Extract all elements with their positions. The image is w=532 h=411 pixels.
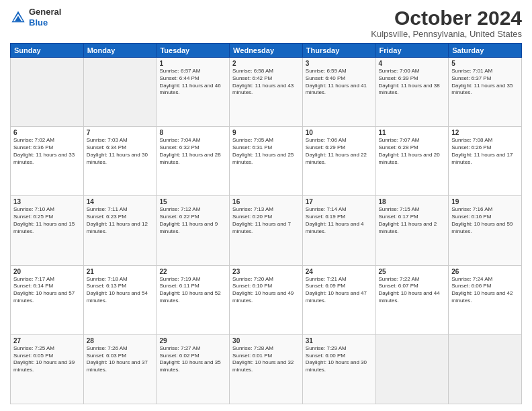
- day-number: 25: [379, 268, 446, 275]
- cell-info: Sunrise: 7:10 AM Sunset: 6:25 PM Dayligh…: [13, 206, 81, 235]
- cell-info: Sunrise: 7:24 AM Sunset: 6:06 PM Dayligh…: [451, 276, 519, 305]
- calendar-cell: 12Sunrise: 7:08 AM Sunset: 6:26 PM Dayli…: [449, 127, 522, 196]
- calendar-cell: 20Sunrise: 7:17 AM Sunset: 6:14 PM Dayli…: [11, 265, 84, 334]
- cell-info: Sunrise: 7:08 AM Sunset: 6:26 PM Dayligh…: [451, 137, 519, 166]
- day-number: 9: [232, 129, 300, 136]
- calendar-cell: 26Sunrise: 7:24 AM Sunset: 6:06 PM Dayli…: [449, 265, 522, 334]
- day-number: 12: [451, 129, 519, 136]
- calendar-cell: 16Sunrise: 7:13 AM Sunset: 6:20 PM Dayli…: [230, 196, 303, 265]
- day-number: 20: [13, 268, 81, 275]
- calendar-cell: 1Sunrise: 6:57 AM Sunset: 6:44 PM Daylig…: [157, 58, 230, 127]
- day-number: 28: [87, 337, 154, 345]
- cell-info: Sunrise: 7:07 AM Sunset: 6:28 PM Dayligh…: [379, 137, 446, 166]
- day-number: 30: [232, 337, 300, 345]
- day-number: 31: [306, 337, 373, 345]
- calendar-week-4: 20Sunrise: 7:17 AM Sunset: 6:14 PM Dayli…: [11, 265, 522, 334]
- cell-info: Sunrise: 7:26 AM Sunset: 6:03 PM Dayligh…: [87, 345, 154, 374]
- day-number: 14: [87, 198, 154, 205]
- calendar-header-wednesday: Wednesday: [230, 44, 303, 58]
- header: General Blue October 2024 Kulpsville, Pe…: [10, 7, 522, 39]
- calendar-cell: 24Sunrise: 7:21 AM Sunset: 6:09 PM Dayli…: [302, 265, 375, 334]
- day-number: 27: [13, 337, 81, 345]
- logo: General Blue: [10, 7, 61, 28]
- calendar-header-row: SundayMondayTuesdayWednesdayThursdayFrid…: [11, 44, 522, 58]
- calendar-cell: 14Sunrise: 7:11 AM Sunset: 6:23 PM Dayli…: [83, 196, 157, 265]
- day-number: 6: [13, 129, 81, 136]
- cell-info: Sunrise: 7:18 AM Sunset: 6:13 PM Dayligh…: [87, 276, 154, 305]
- calendar-cell: [375, 334, 449, 404]
- calendar-cell: 7Sunrise: 7:03 AM Sunset: 6:34 PM Daylig…: [83, 127, 157, 196]
- calendar-week-2: 6Sunrise: 7:02 AM Sunset: 6:36 PM Daylig…: [11, 127, 522, 196]
- cell-info: Sunrise: 7:06 AM Sunset: 6:29 PM Dayligh…: [306, 137, 373, 166]
- calendar-cell: [11, 58, 84, 127]
- cell-info: Sunrise: 7:22 AM Sunset: 6:07 PM Dayligh…: [379, 276, 446, 305]
- calendar-week-3: 13Sunrise: 7:10 AM Sunset: 6:25 PM Dayli…: [11, 196, 522, 265]
- logo-general: General: [29, 7, 61, 17]
- calendar-cell: 4Sunrise: 7:00 AM Sunset: 6:39 PM Daylig…: [375, 58, 449, 127]
- cell-info: Sunrise: 7:12 AM Sunset: 6:22 PM Dayligh…: [159, 206, 226, 235]
- calendar-cell: 19Sunrise: 7:16 AM Sunset: 6:16 PM Dayli…: [449, 196, 522, 265]
- calendar-cell: [449, 334, 522, 404]
- logo-icon: [10, 9, 26, 26]
- calendar-cell: 25Sunrise: 7:22 AM Sunset: 6:07 PM Dayli…: [375, 265, 449, 334]
- cell-info: Sunrise: 7:01 AM Sunset: 6:37 PM Dayligh…: [451, 68, 519, 97]
- calendar-cell: 17Sunrise: 7:14 AM Sunset: 6:19 PM Dayli…: [302, 196, 375, 265]
- cell-info: Sunrise: 7:17 AM Sunset: 6:14 PM Dayligh…: [13, 276, 81, 305]
- cell-info: Sunrise: 7:03 AM Sunset: 6:34 PM Dayligh…: [87, 137, 154, 166]
- day-number: 7: [87, 129, 154, 136]
- calendar-cell: 11Sunrise: 7:07 AM Sunset: 6:28 PM Dayli…: [375, 127, 449, 196]
- cell-info: Sunrise: 7:20 AM Sunset: 6:10 PM Dayligh…: [232, 276, 300, 305]
- cell-info: Sunrise: 7:02 AM Sunset: 6:36 PM Dayligh…: [13, 137, 81, 166]
- calendar-cell: 13Sunrise: 7:10 AM Sunset: 6:25 PM Dayli…: [11, 196, 84, 265]
- calendar-header-saturday: Saturday: [449, 44, 522, 58]
- cell-info: Sunrise: 7:13 AM Sunset: 6:20 PM Dayligh…: [232, 206, 300, 235]
- cell-info: Sunrise: 7:00 AM Sunset: 6:39 PM Dayligh…: [379, 68, 446, 97]
- calendar-cell: 9Sunrise: 7:05 AM Sunset: 6:31 PM Daylig…: [230, 127, 303, 196]
- cell-info: Sunrise: 7:05 AM Sunset: 6:31 PM Dayligh…: [232, 137, 300, 166]
- day-number: 8: [159, 129, 226, 136]
- day-number: 22: [159, 268, 226, 275]
- cell-info: Sunrise: 6:57 AM Sunset: 6:44 PM Dayligh…: [159, 68, 226, 97]
- day-number: 29: [159, 337, 226, 345]
- location: Kulpsville, Pennsylvania, United States: [371, 29, 522, 39]
- day-number: 3: [306, 60, 373, 67]
- cell-info: Sunrise: 6:59 AM Sunset: 6:40 PM Dayligh…: [306, 68, 373, 97]
- calendar-header-monday: Monday: [83, 44, 157, 58]
- day-number: 19: [451, 198, 519, 205]
- calendar-cell: 23Sunrise: 7:20 AM Sunset: 6:10 PM Dayli…: [230, 265, 303, 334]
- day-number: 23: [232, 268, 300, 275]
- calendar-table: SundayMondayTuesdayWednesdayThursdayFrid…: [10, 43, 522, 404]
- cell-info: Sunrise: 7:25 AM Sunset: 6:05 PM Dayligh…: [13, 345, 81, 374]
- day-number: 24: [306, 268, 373, 275]
- cell-info: Sunrise: 7:29 AM Sunset: 6:00 PM Dayligh…: [306, 345, 373, 374]
- day-number: 18: [379, 198, 446, 205]
- title-block: October 2024 Kulpsville, Pennsylvania, U…: [371, 7, 522, 39]
- cell-info: Sunrise: 7:14 AM Sunset: 6:19 PM Dayligh…: [306, 206, 373, 235]
- calendar-week-5: 27Sunrise: 7:25 AM Sunset: 6:05 PM Dayli…: [11, 334, 522, 404]
- calendar-cell: 2Sunrise: 6:58 AM Sunset: 6:42 PM Daylig…: [230, 58, 303, 127]
- calendar-week-1: 1Sunrise: 6:57 AM Sunset: 6:44 PM Daylig…: [11, 58, 522, 127]
- day-number: 17: [306, 198, 373, 205]
- calendar-cell: 10Sunrise: 7:06 AM Sunset: 6:29 PM Dayli…: [302, 127, 375, 196]
- day-number: 21: [87, 268, 154, 275]
- calendar-cell: 27Sunrise: 7:25 AM Sunset: 6:05 PM Dayli…: [11, 334, 84, 404]
- calendar-cell: 18Sunrise: 7:15 AM Sunset: 6:17 PM Dayli…: [375, 196, 449, 265]
- cell-info: Sunrise: 7:11 AM Sunset: 6:23 PM Dayligh…: [87, 206, 154, 235]
- cell-info: Sunrise: 7:19 AM Sunset: 6:11 PM Dayligh…: [159, 276, 226, 305]
- calendar-page: General Blue October 2024 Kulpsville, Pe…: [0, 0, 532, 411]
- cell-info: Sunrise: 7:15 AM Sunset: 6:17 PM Dayligh…: [379, 206, 446, 235]
- calendar-cell: 5Sunrise: 7:01 AM Sunset: 6:37 PM Daylig…: [449, 58, 522, 127]
- cell-info: Sunrise: 7:28 AM Sunset: 6:01 PM Dayligh…: [232, 345, 300, 374]
- calendar-cell: 6Sunrise: 7:02 AM Sunset: 6:36 PM Daylig…: [11, 127, 84, 196]
- calendar-cell: 8Sunrise: 7:04 AM Sunset: 6:32 PM Daylig…: [157, 127, 230, 196]
- calendar-cell: 31Sunrise: 7:29 AM Sunset: 6:00 PM Dayli…: [302, 334, 375, 404]
- calendar-header-friday: Friday: [375, 44, 449, 58]
- cell-info: Sunrise: 7:04 AM Sunset: 6:32 PM Dayligh…: [159, 137, 226, 166]
- day-number: 13: [13, 198, 81, 205]
- day-number: 4: [379, 60, 446, 67]
- day-number: 16: [232, 198, 300, 205]
- calendar-cell: 30Sunrise: 7:28 AM Sunset: 6:01 PM Dayli…: [230, 334, 303, 404]
- calendar-cell: 21Sunrise: 7:18 AM Sunset: 6:13 PM Dayli…: [83, 265, 157, 334]
- cell-info: Sunrise: 6:58 AM Sunset: 6:42 PM Dayligh…: [232, 68, 300, 97]
- calendar-cell: 3Sunrise: 6:59 AM Sunset: 6:40 PM Daylig…: [302, 58, 375, 127]
